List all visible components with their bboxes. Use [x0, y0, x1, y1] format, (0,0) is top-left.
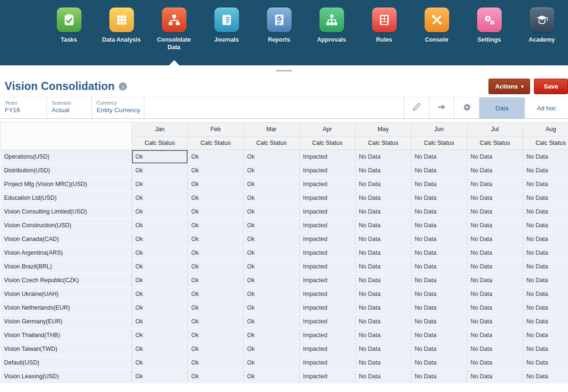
row-header[interactable]: Vision Taiwan(TWD) — [0, 342, 132, 356]
status-cell[interactable]: No Data — [411, 370, 467, 383]
status-cell[interactable]: Ok — [132, 219, 188, 232]
row-header[interactable]: Default(USD) — [0, 356, 132, 370]
status-cell[interactable]: No Data — [411, 246, 467, 260]
status-cell[interactable]: No Data — [467, 164, 523, 178]
status-cell[interactable]: Ok — [188, 301, 244, 315]
status-cell[interactable]: No Data — [523, 205, 568, 219]
status-cell[interactable]: No Data — [523, 370, 568, 383]
status-cell[interactable]: Ok — [188, 232, 244, 246]
status-cell[interactable]: Ok — [188, 219, 244, 232]
status-cell[interactable]: No Data — [467, 232, 523, 246]
status-cell[interactable]: Ok — [244, 370, 300, 383]
status-cell[interactable]: No Data — [467, 356, 523, 370]
nav-item-journals[interactable]: Journals — [200, 0, 253, 65]
save-button[interactable]: Save — [534, 79, 568, 94]
status-cell[interactable]: No Data — [355, 287, 411, 301]
status-cell[interactable]: No Data — [355, 205, 411, 219]
nav-item-rules[interactable]: Rules — [358, 0, 410, 65]
nav-item-data-analysis[interactable]: Data Analysis — [95, 0, 148, 65]
status-cell[interactable]: Impacted — [300, 219, 355, 232]
status-cell[interactable]: Ok — [244, 274, 300, 287]
status-cell[interactable]: No Data — [355, 370, 411, 383]
status-cell[interactable]: Ok — [132, 164, 188, 178]
status-cell[interactable]: No Data — [411, 260, 467, 274]
status-cell[interactable]: Ok — [132, 342, 188, 356]
status-cell[interactable]: Ok — [188, 274, 244, 287]
status-cell[interactable]: Ok — [188, 260, 244, 274]
status-cell[interactable]: No Data — [411, 164, 467, 178]
status-cell[interactable]: Ok — [188, 205, 244, 219]
status-cell[interactable]: Ok — [132, 370, 188, 383]
status-cell[interactable]: Impacted — [300, 205, 355, 219]
status-cell[interactable]: Ok — [244, 191, 300, 205]
status-cell[interactable]: Ok — [132, 287, 188, 301]
status-cell[interactable]: No Data — [411, 301, 467, 315]
status-cell[interactable]: Ok — [132, 191, 188, 205]
column-header-aug[interactable]: Aug — [523, 123, 568, 136]
status-cell[interactable]: Ok — [132, 301, 188, 315]
status-cell[interactable]: No Data — [523, 219, 568, 232]
column-header-apr[interactable]: Apr — [300, 123, 355, 136]
status-cell[interactable]: Ok — [132, 356, 188, 370]
status-cell[interactable]: No Data — [355, 274, 411, 287]
status-cell[interactable]: No Data — [467, 178, 523, 191]
nav-item-reports[interactable]: Reports — [253, 0, 305, 65]
status-cell[interactable]: No Data — [467, 150, 523, 164]
status-cell[interactable]: No Data — [355, 260, 411, 274]
status-cell[interactable]: No Data — [467, 246, 523, 260]
status-cell[interactable]: Impacted — [300, 301, 355, 315]
subheader-mar-calc-status[interactable]: Calc Status — [244, 136, 300, 150]
nav-item-approvals[interactable]: Approvals — [305, 0, 358, 65]
status-cell[interactable]: No Data — [467, 315, 523, 329]
status-cell[interactable]: Ok — [244, 315, 300, 329]
status-cell[interactable]: No Data — [411, 150, 467, 164]
status-cell[interactable]: No Data — [467, 219, 523, 232]
status-cell[interactable]: Ok — [244, 205, 300, 219]
subheader-jan-calc-status[interactable]: Calc Status — [132, 136, 188, 150]
row-header[interactable]: Vision Canada(CAD) — [0, 232, 132, 246]
go-arrow-button[interactable] — [429, 98, 454, 118]
status-cell[interactable]: No Data — [523, 356, 568, 370]
status-cell[interactable]: Impacted — [300, 178, 355, 191]
status-cell[interactable]: Ok — [188, 342, 244, 356]
subheader-apr-calc-status[interactable]: Calc Status — [300, 136, 355, 150]
status-cell[interactable]: Ok — [244, 232, 300, 246]
status-cell[interactable]: No Data — [467, 287, 523, 301]
status-cell[interactable]: No Data — [467, 301, 523, 315]
status-cell[interactable]: Ok — [132, 329, 188, 342]
row-header[interactable]: Project Mfg (Vision MRC)(USD) — [0, 178, 132, 191]
pov-scenario[interactable]: Scenario Actual — [47, 98, 92, 118]
status-cell[interactable]: Ok — [132, 232, 188, 246]
column-header-may[interactable]: May — [355, 123, 411, 136]
status-cell[interactable]: No Data — [523, 164, 568, 178]
row-header[interactable]: Vision Czech Republic(CZK) — [0, 274, 132, 287]
row-header[interactable]: Vision Construction(USD) — [0, 219, 132, 232]
column-header-feb[interactable]: Feb — [188, 123, 244, 136]
subheader-feb-calc-status[interactable]: Calc Status — [188, 136, 244, 150]
status-cell[interactable]: No Data — [523, 232, 568, 246]
row-header[interactable]: Vision Consulting Limited(USD) — [0, 205, 132, 219]
status-cell[interactable]: Ok — [244, 246, 300, 260]
pov-currency[interactable]: Currency Entity Currency — [92, 98, 144, 118]
status-cell[interactable]: Impacted — [300, 150, 355, 164]
status-cell[interactable]: No Data — [523, 274, 568, 287]
status-cell[interactable]: No Data — [523, 301, 568, 315]
nav-item-consolidate-data[interactable]: Consolidate Data — [148, 0, 200, 65]
status-cell[interactable]: No Data — [523, 329, 568, 342]
status-cell[interactable]: Impacted — [300, 260, 355, 274]
status-cell[interactable]: No Data — [355, 246, 411, 260]
status-cell[interactable]: Ok — [244, 329, 300, 342]
row-header[interactable]: Vision Germany(EUR) — [0, 315, 132, 329]
status-cell[interactable]: Ok — [188, 287, 244, 301]
status-cell[interactable]: No Data — [411, 191, 467, 205]
status-cell[interactable]: No Data — [467, 329, 523, 342]
status-cell[interactable]: No Data — [411, 232, 467, 246]
status-cell[interactable]: Ok — [188, 356, 244, 370]
column-header-jun[interactable]: Jun — [411, 123, 467, 136]
pov-years[interactable]: Years FY16 — [0, 98, 47, 118]
status-cell[interactable]: No Data — [355, 232, 411, 246]
status-cell[interactable]: No Data — [523, 315, 568, 329]
status-cell[interactable]: Ok — [132, 205, 188, 219]
status-cell[interactable]: No Data — [467, 205, 523, 219]
status-cell[interactable]: Impacted — [300, 232, 355, 246]
